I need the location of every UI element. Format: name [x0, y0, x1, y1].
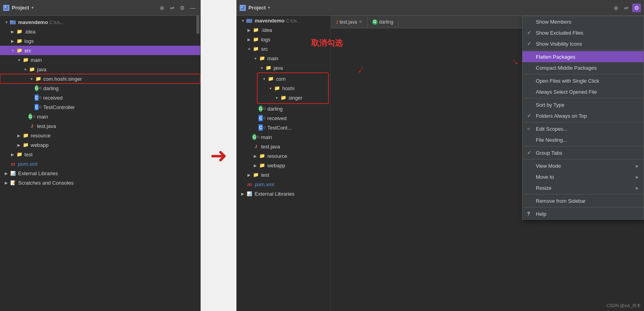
icon-test-left: 📁 — [16, 151, 23, 157]
label-resize: Resize — [536, 185, 552, 191]
menu-item-help[interactable]: ? Help — [522, 208, 644, 219]
check-move-to — [527, 174, 533, 180]
tree-item-main3-right[interactable]: G main — [236, 132, 330, 142]
tree-item-java-left[interactable]: ▾ 📁 java — [0, 65, 200, 74]
menu-item-compact-middle[interactable]: Compact Middle Packages — [522, 62, 644, 73]
tab-testjava-close[interactable]: ✕ — [359, 19, 362, 24]
label-file-nesting: File Nesting... — [536, 137, 567, 143]
label-help: Help — [536, 211, 546, 217]
tree-item-idea-right[interactable]: ▶ 📁 .idea — [236, 25, 330, 35]
label-hoshi-right: hoshi — [282, 85, 294, 91]
menu-item-move-to[interactable]: Move to ▶ — [522, 171, 644, 182]
right-dropdown-icon[interactable]: ▾ — [268, 5, 270, 10]
check-show-excluded: ✓ — [527, 30, 533, 35]
menu-item-edit-scopes[interactable]: ○ Edit Scopes... — [522, 123, 644, 134]
label-show-visibility: Show Visibility Icons — [536, 41, 582, 47]
svg-rect-3 — [10, 20, 13, 22]
tree-item-darling-right[interactable]: G darling — [236, 104, 330, 113]
menu-item-folders-top[interactable]: ✓ Folders Always on Top — [522, 110, 644, 121]
right-settings-btn[interactable]: ⚙ — [632, 4, 641, 12]
tab-darling[interactable]: G darling — [367, 16, 399, 28]
tab-testjava[interactable]: J test.java ✕ — [331, 16, 367, 28]
tree-item-mavendemo-right[interactable]: ▾ mavendemo C:\Us... — [236, 16, 330, 25]
tree-item-singer-right[interactable]: ▾ 📁 singer — [258, 93, 328, 102]
icon-extlib-right: 📊 — [246, 191, 253, 197]
menu-item-group-tabs[interactable]: ✓ Group Tabs — [522, 147, 644, 158]
tree-item-testcontroller-left[interactable]: C TestController — [0, 102, 200, 112]
icon-testjava-right: J — [252, 143, 259, 150]
menu-item-sort-type[interactable]: Sort by Type — [522, 99, 644, 110]
tree-item-main-right[interactable]: ▾ 📁 main — [236, 54, 330, 63]
label-main2-left: main — [37, 114, 48, 120]
label-main3-right: main — [261, 134, 272, 140]
menu-item-file-nesting[interactable]: File Nesting... — [522, 134, 644, 145]
menu-item-view-mode[interactable]: View Mode ▶ — [522, 160, 644, 171]
icon-received-left: C — [35, 94, 42, 101]
tree-item-logs-left[interactable]: ▶ 📁 logs — [0, 36, 200, 46]
left-add-btn[interactable]: ⊕ — [158, 4, 166, 12]
tree-item-webapp-left[interactable]: ▶ 📁 webapp — [0, 140, 200, 150]
label-extlib-left: External Libraries — [18, 170, 58, 176]
tree-item-com-hoshi-singer-left[interactable]: ▾ 📁 com.hoshi.singer — [0, 74, 200, 83]
tree-item-testjava-right[interactable]: J test.java — [236, 142, 330, 151]
tree-item-received-right[interactable]: C received — [236, 113, 330, 123]
tree-item-mavendemo-left[interactable]: ▾ mavendemo C:\Us... — [0, 17, 200, 27]
arrow-main-left: ▾ — [16, 58, 22, 62]
left-panel-title: Project — [12, 5, 29, 11]
tree-item-webapp-right[interactable]: ▶ 📁 webapp — [236, 161, 330, 170]
scrollbar-thumb[interactable] — [196, 16, 199, 34]
tree-item-src-right[interactable]: ▾ 📁 src — [236, 44, 330, 54]
tab-testjava-label: test.java — [340, 19, 357, 25]
tree-item-resource-left[interactable]: ▶ 📁 resource — [0, 131, 200, 140]
right-add-btn[interactable]: ⊕ — [612, 4, 620, 12]
tree-item-test-right[interactable]: ▶ 📁 test — [236, 170, 330, 180]
left-layout-btn[interactable]: ⇌ — [168, 4, 177, 12]
java-c-icon2: C — [35, 104, 39, 110]
tree-item-pom-right[interactable]: m pom.xml — [236, 180, 330, 189]
tree-item-logs-right[interactable]: ▶ 📁 logs — [236, 35, 330, 44]
menu-item-show-excluded[interactable]: ✓ Show Excluded Files — [522, 27, 644, 38]
tree-item-scratches-left[interactable]: ▶ 📝 Scratches and Consoles — [0, 178, 200, 187]
left-minimize-btn[interactable]: — — [188, 4, 197, 12]
radio-edit-scopes: ○ — [527, 126, 533, 131]
tree-item-src-left[interactable]: ▾ 📁 src — [0, 46, 200, 55]
tree-item-extlib-left[interactable]: ▶ 📊 External Libraries — [0, 168, 200, 178]
label-src-right: src — [261, 46, 268, 52]
menu-item-flatten-packages[interactable]: Flatten Packages — [522, 51, 644, 62]
left-dropdown-icon[interactable]: ▾ — [31, 5, 34, 10]
tree-item-testjava-left[interactable]: J test.java — [0, 121, 200, 131]
tree-item-test-left[interactable]: ▶ 📁 test — [0, 150, 200, 159]
tab-testjava-icon: J — [336, 20, 338, 24]
check-folders-top: ✓ — [527, 113, 533, 118]
tree-item-testcont-right[interactable]: C TestCont... — [236, 123, 330, 132]
menu-item-remove-sidebar[interactable]: Remove from Sidebar — [522, 195, 644, 206]
label-resource-left: resource — [31, 133, 51, 139]
menu-item-resize[interactable]: Resize ▶ — [522, 182, 644, 193]
menu-item-always-select[interactable]: Always Select Opened File — [522, 86, 644, 97]
tree-item-hoshi-right[interactable]: ▾ 📁 hoshi — [258, 83, 328, 93]
menu-item-show-members[interactable]: Show Members — [522, 16, 644, 27]
tab-darling-icon: G — [372, 19, 378, 25]
label-webapp-left: webapp — [31, 142, 49, 148]
menu-item-show-visibility[interactable]: ✓ Show Visibility Icons — [522, 38, 644, 49]
tree-item-extlib-right[interactable]: ▶ 📊 External Libraries — [236, 189, 330, 198]
tree-item-idea-left[interactable]: ▶ 📁 .idea — [0, 27, 200, 36]
tree-item-resource-right[interactable]: ▶ 📁 resource — [236, 151, 330, 161]
tree-item-main2-left[interactable]: G main — [0, 112, 200, 121]
tree-item-received-left[interactable]: C received — [0, 93, 200, 102]
submenu-arrow-move-to: ▶ — [636, 175, 639, 179]
menu-item-open-single[interactable]: Open Files with Single Click — [522, 75, 644, 86]
check-remove-sidebar — [527, 198, 533, 204]
tree-item-darling-left[interactable]: G darling — [0, 83, 200, 93]
tree-item-com-right[interactable]: ▾ 📁 com — [258, 74, 328, 83]
left-settings-btn[interactable]: ⚙ — [178, 4, 187, 12]
tree-item-java-right[interactable]: ▾ 📁 java — [236, 63, 330, 72]
sep5 — [522, 146, 644, 146]
label-mavendemo-left: mavendemo C:\Us... — [18, 19, 64, 25]
label-flatten-packages: Flatten Packages — [536, 54, 575, 60]
label-testcontroller-left: TestController — [43, 104, 75, 110]
tree-item-pom-left[interactable]: m pom.xml — [0, 159, 200, 168]
right-layout-btn[interactable]: ⇌ — [622, 4, 631, 12]
sep7 — [522, 194, 644, 194]
tree-item-main-left[interactable]: ▾ 📁 main — [0, 55, 200, 65]
